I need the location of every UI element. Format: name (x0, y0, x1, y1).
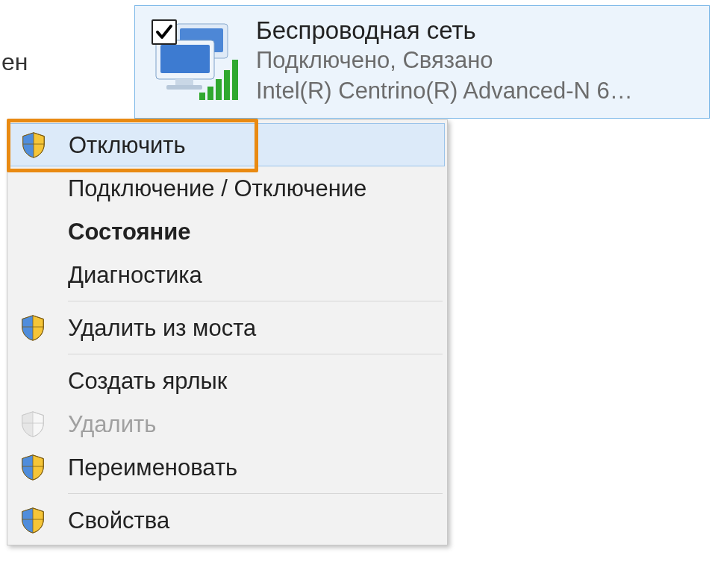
menu-item-label: Переименовать (68, 456, 237, 479)
shield-icon (19, 131, 69, 159)
context-menu: ОтключитьПодключение / ОтключениеСостоян… (7, 119, 448, 545)
svg-rect-8 (216, 79, 222, 100)
menu-item-label: Удалить (68, 413, 156, 436)
svg-rect-3 (160, 45, 210, 73)
shield-icon (19, 506, 68, 534)
menu-item[interactable]: Подключение / Отключение (10, 166, 445, 210)
menu-item[interactable]: Создать ярлык (10, 359, 445, 402)
svg-rect-7 (207, 87, 213, 100)
svg-rect-6 (199, 93, 205, 100)
adapter-enabled-checkmark-icon (152, 19, 177, 45)
menu-item-label: Отключить (69, 134, 186, 157)
shield-icon (19, 453, 68, 481)
shield-icon (19, 410, 68, 438)
adapter-device: Intel(R) Centrino(R) Advanced-N 6… (256, 76, 699, 106)
svg-rect-10 (232, 60, 238, 100)
menu-separator (68, 493, 443, 494)
menu-item: Удалить (10, 402, 445, 445)
menu-item-label: Свойства (68, 509, 169, 532)
menu-item[interactable]: Удалить из моста (10, 306, 445, 349)
menu-item-label: Подключение / Отключение (68, 177, 366, 200)
svg-rect-4 (175, 79, 193, 85)
adapter-status: Подключено, Связано (256, 46, 699, 75)
svg-rect-5 (166, 85, 202, 90)
menu-separator (68, 354, 443, 354)
menu-separator (68, 301, 443, 301)
menu-item[interactable]: Свойства (10, 498, 445, 542)
shield-icon (19, 313, 68, 342)
network-adapter-icon (146, 13, 243, 103)
menu-item[interactable]: Переименовать (10, 445, 445, 489)
menu-item-label: Диагностика (68, 263, 202, 287)
menu-item-label: Удалить из моста (68, 316, 256, 340)
menu-item[interactable]: Состояние (10, 210, 445, 253)
menu-item[interactable]: Диагностика (10, 253, 445, 296)
menu-item-label: Состояние (68, 220, 191, 243)
menu-item[interactable]: Отключить (10, 123, 445, 166)
menu-item-label: Создать ярлык (68, 369, 227, 392)
adapter-name: Беспроводная сеть (256, 15, 699, 46)
svg-rect-9 (224, 70, 230, 100)
network-adapter-item[interactable]: Беспроводная сеть Подключено, Связано In… (134, 5, 710, 119)
background-truncated-text: ючен (0, 49, 28, 76)
